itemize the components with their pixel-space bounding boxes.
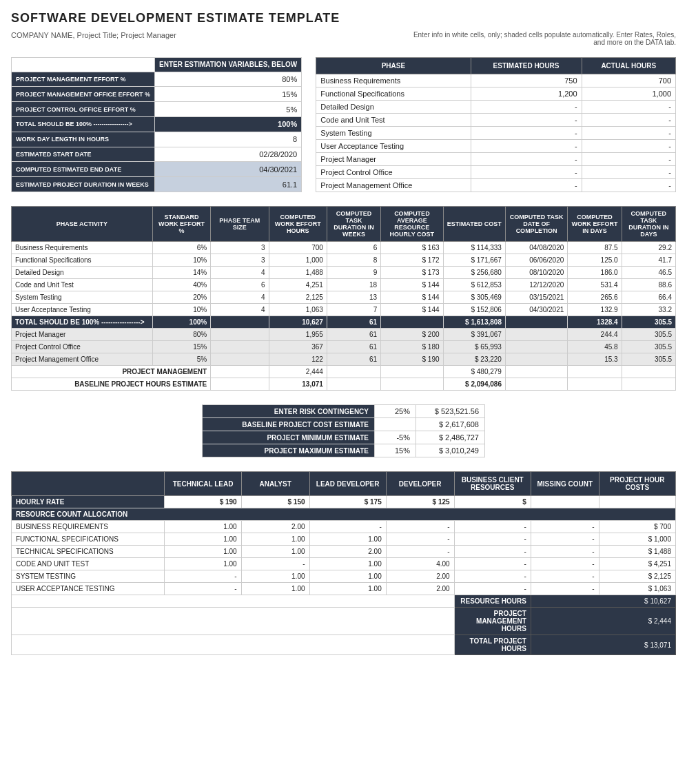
res-row-name: TECHNICAL SPECIFICATIONS <box>12 546 165 558</box>
phase-estimated[interactable]: - <box>471 166 582 179</box>
rate-an[interactable]: $ 150 <box>241 496 309 508</box>
res-col-an: ANALYST <box>241 472 309 496</box>
mgmt-date <box>505 341 567 353</box>
mgmt-cost: $ 23,220 <box>443 353 505 366</box>
res-bc: - <box>454 570 531 583</box>
phase-name: Business Requirements <box>316 74 471 87</box>
phase-estimated[interactable]: 1,200 <box>471 87 582 101</box>
var-value-0[interactable]: 80% <box>155 72 302 87</box>
mgmt-cost: $ 65,993 <box>443 341 505 353</box>
resource-summary-row: TOTAL PROJECT HOURS $ 13,071 <box>12 635 676 655</box>
var-value-5[interactable]: 02/28/2020 <box>155 147 302 162</box>
phase-row: Functional Specifications 1,200 1,000 <box>316 87 676 101</box>
phase-actual: - <box>582 179 675 192</box>
var-label-4: WORK DAY LENGTH IN HOURS <box>12 132 155 147</box>
act-effort[interactable]: 10% <box>152 304 210 316</box>
phase-estimated[interactable]: - <box>471 114 582 127</box>
phase-actual: 1,000 <box>582 87 675 101</box>
phase-name: Code and Unit Test <box>316 114 471 127</box>
res-an: 2.00 <box>241 521 309 533</box>
mgmt-hourly: $ 190 <box>381 353 443 366</box>
res-pc: $ 1,000 <box>599 533 675 546</box>
phase-row: Business Requirements 750 700 <box>316 74 676 87</box>
risk-pct[interactable]: 25% <box>375 405 416 418</box>
act-tdays: 33.2 <box>622 304 675 316</box>
phase-estimated[interactable]: 750 <box>471 74 582 87</box>
res-row-name: USER ACCEPTANCE TESTING <box>12 583 165 595</box>
act-cost: $ 114,333 <box>443 242 505 254</box>
pm-empty3 <box>381 366 443 378</box>
res-dv: 2.00 <box>386 570 454 583</box>
pm-empty2 <box>327 366 380 378</box>
act-col-effort: STANDARD WORK EFFORT % <box>152 207 210 242</box>
var-value-4[interactable]: 8 <box>155 132 302 147</box>
mgmt-tdays: 305.5 <box>622 341 675 353</box>
res-bc: - <box>454 546 531 558</box>
var-value-6: 04/30/2021 <box>155 162 302 177</box>
act-col-wdays: COMPUTED WORK EFFORT IN DAYS <box>568 207 622 242</box>
act-date: 08/10/2020 <box>505 267 567 279</box>
var-value-2[interactable]: 5% <box>155 102 302 117</box>
act-hours: 1,488 <box>269 267 327 279</box>
res-col-empty <box>12 472 165 496</box>
res-an: 1.00 <box>241 583 309 595</box>
res-mc: - <box>531 558 599 570</box>
act-cost: $ 256,680 <box>443 267 505 279</box>
bl-empty3 <box>381 378 443 391</box>
mgmt-duration: 61 <box>327 353 380 366</box>
act-hours: 700 <box>269 242 327 254</box>
mgmt-tdays: 305.5 <box>622 329 675 341</box>
baseline-cost-amount: $ 2,617,608 <box>416 418 485 431</box>
act-tdays: 88.6 <box>622 279 675 291</box>
total-effort: 100% <box>152 316 210 329</box>
activity-row: Detailed Design 14% 4 1,488 9 $ 173 $ 25… <box>12 267 676 279</box>
phase-estimated[interactable]: - <box>471 127 582 140</box>
res-ld: 2.00 <box>309 546 386 558</box>
var-label-6: COMPUTED ESTIMATED END DATE <box>12 162 155 177</box>
act-hours: 4,251 <box>269 279 327 291</box>
act-effort[interactable]: 6% <box>152 242 210 254</box>
rate-bc[interactable]: $ <box>454 496 531 508</box>
act-col-date: COMPUTED TASK DATE OF COMPLETION <box>505 207 567 242</box>
act-duration: 7 <box>327 304 380 316</box>
res-sum-value: $ 2,444 <box>531 608 675 635</box>
act-name: System Testing <box>12 291 153 304</box>
rate-tl[interactable]: $ 190 <box>165 496 241 508</box>
res-col-bc: BUSINESS CLIENT RESOURCES <box>454 472 531 496</box>
phase-estimated[interactable]: - <box>471 101 582 114</box>
rate-mc <box>531 496 599 508</box>
phase-col-phase: PHASE <box>316 58 471 74</box>
rate-dv[interactable]: $ 125 <box>386 496 454 508</box>
phase-estimated[interactable]: - <box>471 153 582 166</box>
act-cost: $ 152,806 <box>443 304 505 316</box>
res-col-mc: MISSING COUNT <box>531 472 599 496</box>
phase-estimated[interactable]: - <box>471 179 582 192</box>
act-team: 4 <box>211 291 269 304</box>
mgmt-wdays: 45.8 <box>568 341 622 353</box>
act-effort[interactable]: 14% <box>152 267 210 279</box>
bl-label: BASELINE PROJECT HOURS ESTIMATE <box>12 378 211 391</box>
mgmt-duration: 61 <box>327 329 380 341</box>
act-effort[interactable]: 10% <box>152 254 210 267</box>
phase-name: Project Management Office <box>316 179 471 192</box>
res-an: - <box>241 558 309 570</box>
res-ld: - <box>309 521 386 533</box>
rate-ld[interactable]: $ 175 <box>309 496 386 508</box>
act-wdays: 531.4 <box>568 279 622 291</box>
total-cost: $ 1,613,808 <box>443 316 505 329</box>
res-pc: $ 2,125 <box>599 570 675 583</box>
res-tl: - <box>165 583 241 595</box>
project-mgmt-row: PROJECT MANAGEMENT 2,444 $ 480,279 <box>12 366 676 378</box>
act-hourly: $ 144 <box>381 291 443 304</box>
var-value-1[interactable]: 15% <box>155 87 302 102</box>
var-label-1: PROJECT MANAGEMENT OFFICE EFFORT % <box>12 87 155 102</box>
phase-estimated[interactable]: - <box>471 140 582 153</box>
phase-row: Project Management Office - - <box>316 179 676 192</box>
total-tdays: 305.5 <box>622 316 675 329</box>
resource-alloc-row: BUSINESS REQUIREMENTS 1.00 2.00 - - - - … <box>12 521 676 533</box>
act-effort[interactable]: 20% <box>152 291 210 304</box>
estimate-table: ENTER RISK CONTINGENCY 25% $ 523,521.56 … <box>202 404 485 457</box>
act-effort[interactable]: 40% <box>152 279 210 291</box>
bl-empty5 <box>568 378 622 391</box>
bl-cost: $ 2,094,086 <box>443 378 505 391</box>
